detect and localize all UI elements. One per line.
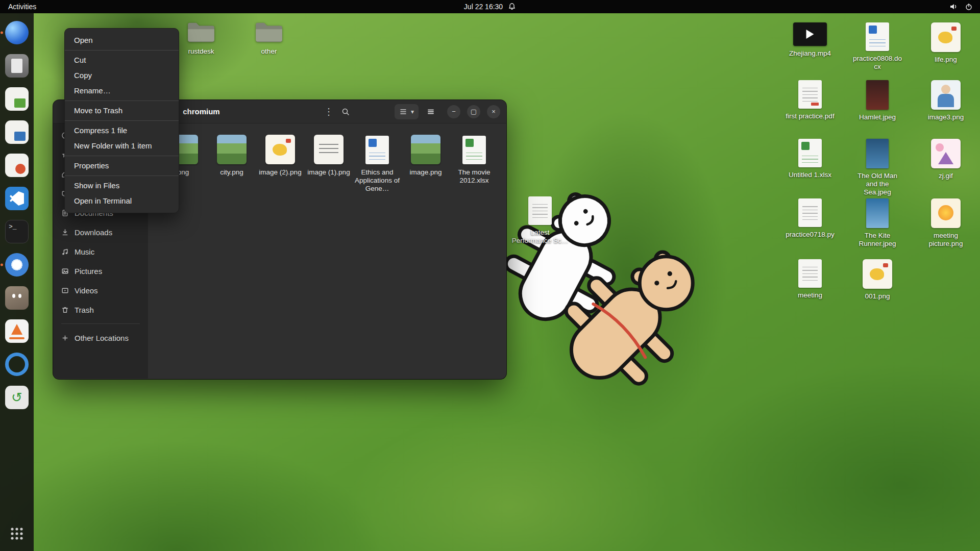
context-menu: Open Cut Copy Rename… Move to Trash Comp… [64, 28, 179, 213]
dock-item-rustdesk[interactable] [5, 352, 29, 377]
minimize-button[interactable]: − [447, 105, 460, 118]
dock-item-vscode[interactable] [5, 186, 29, 211]
file-label: image.png [408, 168, 443, 177]
dock-item-libreoffice-impress[interactable] [5, 153, 29, 178]
desktop-item-zhejiang-mp4[interactable]: Zhejiang.mp4 [785, 22, 836, 58]
image-thumbnail-icon [265, 135, 295, 164]
file-item-image-png[interactable]: image.png [402, 133, 450, 193]
dock-item-libreoffice-writer[interactable] [5, 120, 29, 144]
file-label: Untitled 1.xlsx [789, 171, 831, 179]
book-cover-icon [866, 198, 889, 228]
dock-item-terminal[interactable]: >_ [5, 219, 29, 244]
view-toggle-button[interactable]: ▾ [395, 104, 419, 119]
desktop-item-zj-gif[interactable]: zj.gif [920, 139, 971, 180]
firefox-icon [5, 21, 29, 44]
hamburger-menu-icon[interactable] [427, 108, 435, 116]
clock[interactable]: Jul 22 16:30 [464, 3, 503, 11]
word-document-icon [866, 22, 889, 51]
menu-item-compress[interactable]: Compress 1 file [65, 123, 179, 138]
desktop-item-hamlet-jpeg[interactable]: Hamlet.jpeg [852, 80, 903, 121]
power-icon[interactable] [965, 3, 973, 11]
desktop-item-kite-runner-jpeg[interactable]: The Kite Runner.jpeg [852, 198, 903, 248]
notification-bell-icon[interactable] [508, 3, 516, 11]
spreadsheet-icon [798, 139, 822, 167]
dock-item-libreoffice-calc[interactable] [5, 87, 29, 111]
desktop-item-old-man-sea-jpeg[interactable]: The Old Man and the Sea.jpeg [852, 139, 903, 196]
word-document-icon [365, 136, 389, 164]
menu-item-rename[interactable]: Rename… [65, 83, 179, 98]
menu-item-new-folder[interactable]: New Folder with 1 item [65, 138, 179, 154]
files-content-area[interactable]: png city.png image (2).png image (1).png… [148, 123, 506, 379]
show-apps-button[interactable] [5, 521, 29, 546]
file-item-ethics-doc[interactable]: Ethics and Applications of Gene… [353, 133, 401, 193]
pdf-document-icon [798, 80, 822, 109]
image-thumbnail-icon [314, 135, 344, 164]
file-item-image-1-png[interactable]: image (1).png [305, 133, 353, 193]
volume-icon[interactable] [949, 3, 958, 11]
search-icon[interactable] [341, 108, 350, 116]
desktop-item-first-practice-pdf[interactable]: first practice.pdf [785, 80, 836, 120]
image-thumbnail-icon [863, 259, 892, 289]
file-item-city-png[interactable]: city.png [208, 133, 256, 193]
menu-item-properties[interactable]: Properties [65, 158, 179, 173]
activities-button[interactable]: Activities [0, 3, 36, 11]
desktop-item-untitled1-xlsx[interactable]: Untitled 1.xlsx [785, 139, 836, 179]
desktop-folder-rustdesk[interactable]: rustdesk [181, 20, 222, 56]
trash-icon [61, 306, 69, 314]
file-item-image-2-png[interactable]: image (2).png [256, 133, 304, 193]
dock-item-software-center[interactable]: ↺ [5, 385, 29, 410]
image-thumbnail-icon [931, 80, 961, 110]
desktop-folder-other[interactable]: other [249, 20, 289, 56]
terminal-prompt-glyph: >_ [9, 223, 17, 231]
dock-item-firefox[interactable] [5, 20, 29, 45]
dock-item-file-manager[interactable] [5, 54, 29, 78]
more-options-icon[interactable]: ⋮ [324, 107, 333, 116]
menu-item-copy[interactable]: Copy [65, 68, 179, 83]
close-button[interactable]: × [487, 105, 500, 118]
file-item-the-movie-2012-xlsx[interactable]: The movie 2012.xlsx [450, 133, 498, 193]
folder-icon [254, 20, 284, 44]
sidebar-item-videos[interactable]: Videos [56, 281, 145, 300]
terminal-icon: >_ [5, 220, 29, 243]
chevron-down-icon: ▾ [411, 108, 414, 115]
dock-item-vlc[interactable] [5, 319, 29, 343]
dock: >_ ↺ [0, 13, 34, 551]
sidebar-item-pictures[interactable]: Pictures [56, 261, 145, 281]
menu-item-show-in-files[interactable]: Show in Files [65, 178, 179, 193]
menu-item-cut[interactable]: Cut [65, 53, 179, 68]
vscode-icon [5, 187, 29, 210]
menu-item-open-in-terminal[interactable]: Open in Terminal [65, 193, 179, 209]
desktop-item-practice0808-docx[interactable]: practice0808.docx [852, 22, 903, 71]
file-label: The Kite Runner.jpeg [852, 232, 903, 248]
desktop-item-001-png[interactable]: 001.png [852, 259, 903, 300]
menu-item-move-to-trash[interactable]: Move to Trash [65, 103, 179, 118]
top-bar: Activities Jul 22 16:30 [0, 0, 980, 13]
sidebar-label: Trash [75, 306, 94, 314]
breadcrumb-current-folder[interactable]: chromium [183, 107, 220, 116]
file-label: Latest Performance Sc… [510, 229, 570, 245]
sidebar-item-trash[interactable]: Trash [56, 300, 145, 319]
desktop-item-image3-png[interactable]: image3.png [920, 80, 971, 121]
dock-item-gimp[interactable] [5, 286, 29, 310]
sidebar-label: Videos [75, 286, 98, 295]
sidebar-item-downloads[interactable]: Downloads [56, 222, 145, 242]
video-thumbnail-icon [793, 22, 827, 46]
desktop-item-practice0718-py[interactable]: practice0718.py [785, 198, 836, 239]
desktop-file-latest-performance[interactable]: Latest Performance Sc… [510, 196, 570, 245]
libreoffice-writer-icon [5, 120, 29, 144]
desktop-item-life-png[interactable]: life.png [920, 22, 971, 64]
maximize-button[interactable]: ▢ [467, 105, 480, 118]
text-file-icon [798, 259, 822, 288]
desktop-item-meeting[interactable]: meeting [785, 259, 836, 299]
breadcrumb[interactable]: / chromium [176, 107, 220, 116]
desktop-item-meeting-picture-png[interactable]: meeting picture.png [920, 198, 971, 248]
file-label: meeting [798, 291, 822, 299]
sidebar-item-other-locations[interactable]: Other Locations [56, 328, 145, 347]
file-label: image3.png [928, 113, 964, 121]
menu-item-open[interactable]: Open [65, 33, 179, 48]
music-note-icon [61, 248, 69, 256]
dock-item-chromium[interactable] [5, 253, 29, 277]
file-label: image (1).png [306, 168, 351, 177]
sidebar-item-music[interactable]: Music [56, 242, 145, 261]
image-thumbnail-icon [931, 139, 961, 168]
